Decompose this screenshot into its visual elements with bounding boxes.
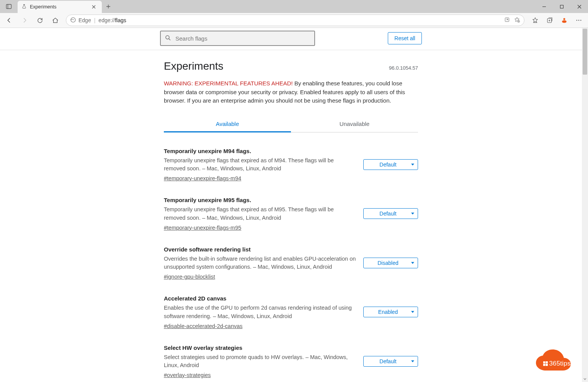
svg-rect-17 <box>543 364 545 366</box>
svg-point-9 <box>564 18 565 20</box>
svg-rect-4 <box>560 5 563 8</box>
warning-text: WARNING: EXPERIMENTAL FEATURES AHEAD! By… <box>164 79 418 105</box>
toolbar: Edge | edge://flags <box>0 13 588 28</box>
favorites-button[interactable] <box>528 14 542 26</box>
flag-value-select[interactable]: Enabled <box>363 307 418 317</box>
close-tab-button[interactable] <box>90 3 98 11</box>
address-prefix: Edge <box>78 17 91 23</box>
flag-item: Partial swap Sets partial swap behavior.… <box>164 378 418 382</box>
scrollbar-arrow-down-icon[interactable] <box>583 376 587 382</box>
flag-value-select[interactable]: Disabled <box>363 258 418 268</box>
flag-value-select[interactable]: Default <box>363 356 418 367</box>
window-maximize-button[interactable] <box>553 0 570 13</box>
page-content: Reset all Experiments 96.0.1054.57 WARNI… <box>0 28 582 382</box>
profile-avatar[interactable] <box>557 14 571 26</box>
svg-point-10 <box>577 20 577 21</box>
flag-item: Temporarily unexpire M95 flags. Temporar… <box>164 181 418 231</box>
more-menu-button[interactable] <box>572 14 586 26</box>
search-flags-box[interactable] <box>160 31 315 46</box>
flag-item: Accelerated 2D canvas Enables the use of… <box>164 280 418 329</box>
flag-anchor-link[interactable]: #temporary-unexpire-flags-m94 <box>164 175 356 181</box>
scrollbar-thumb[interactable] <box>583 29 587 75</box>
search-icon <box>165 34 172 42</box>
reset-all-button[interactable]: Reset all <box>388 32 421 44</box>
vertical-tabs-button[interactable] <box>3 1 14 12</box>
watermark-badge: 365tips <box>534 349 580 375</box>
home-button[interactable] <box>48 14 62 26</box>
flag-item: Override software rendering list Overrid… <box>164 231 418 280</box>
page-title: Experiments <box>164 60 224 72</box>
flag-title: Override software rendering list <box>164 246 356 253</box>
flag-value-select[interactable]: Default <box>363 208 418 219</box>
flag-description: Temporarily unexpire flags that expired … <box>164 157 356 173</box>
flag-title: Temporarily unexpire M95 flags. <box>164 197 356 203</box>
svg-line-14 <box>169 39 171 40</box>
collections-button[interactable] <box>543 14 557 26</box>
flag-anchor-link[interactable]: #disable-accelerated-2d-canvas <box>164 323 356 329</box>
flag-anchor-link[interactable]: #overlay-strategies <box>164 372 356 378</box>
window-close-button[interactable] <box>570 0 588 13</box>
tab-strip: Experiments <box>0 0 588 13</box>
flag-item: Select HW overlay strategies Select stra… <box>164 329 418 379</box>
tab-unavailable[interactable]: Unavailable <box>291 116 418 132</box>
flag-description: Enables the use of the GPU to perform 2d… <box>164 304 356 321</box>
flag-description: Overrides the built-in software renderin… <box>164 255 356 272</box>
search-flags-input[interactable] <box>175 35 310 42</box>
flask-icon <box>21 4 27 10</box>
open-external-icon[interactable] <box>504 17 510 24</box>
tab-title: Experiments <box>30 4 87 10</box>
version-label: 96.0.1054.57 <box>389 65 418 71</box>
forward-button[interactable] <box>18 14 31 26</box>
flag-title: Temporarily unexpire M94 flags. <box>164 148 356 154</box>
tab-available[interactable]: Available <box>164 116 291 132</box>
edge-icon <box>70 17 76 24</box>
svg-rect-16 <box>546 361 548 363</box>
vertical-scrollbar[interactable] <box>582 28 588 382</box>
flag-description: Select strategies used to promote quads … <box>164 353 356 370</box>
flag-title: Accelerated 2D canvas <box>164 295 356 302</box>
star-add-icon[interactable] <box>514 16 520 24</box>
svg-rect-15 <box>543 361 545 363</box>
active-tab[interactable]: Experiments <box>18 1 102 13</box>
reload-button[interactable] <box>33 14 47 26</box>
windows-icon <box>543 360 548 365</box>
flag-description: Temporarily unexpire flags that expired … <box>164 206 356 222</box>
svg-rect-0 <box>7 5 11 9</box>
svg-point-11 <box>578 20 579 21</box>
flag-title: Select HW overlay strategies <box>164 344 356 351</box>
address-bar[interactable]: Edge | edge://flags <box>66 15 524 26</box>
address-separator: | <box>94 17 96 23</box>
svg-point-5 <box>71 18 75 22</box>
address-url: edge://flags <box>98 17 126 23</box>
window-minimize-button[interactable] <box>535 0 553 13</box>
flag-item: Temporarily unexpire M94 flags. Temporar… <box>164 132 418 182</box>
flag-anchor-link[interactable]: #ignore-gpu-blocklist <box>164 274 356 280</box>
flag-value-select[interactable]: Default <box>363 159 418 170</box>
back-button[interactable] <box>2 14 16 26</box>
svg-point-12 <box>580 20 581 21</box>
svg-point-13 <box>166 36 169 39</box>
flag-anchor-link[interactable]: #temporary-unexpire-flags-m95 <box>164 225 356 231</box>
svg-rect-18 <box>546 364 548 366</box>
flags-tabs: Available Unavailable <box>164 116 418 132</box>
new-tab-button[interactable] <box>102 0 115 13</box>
